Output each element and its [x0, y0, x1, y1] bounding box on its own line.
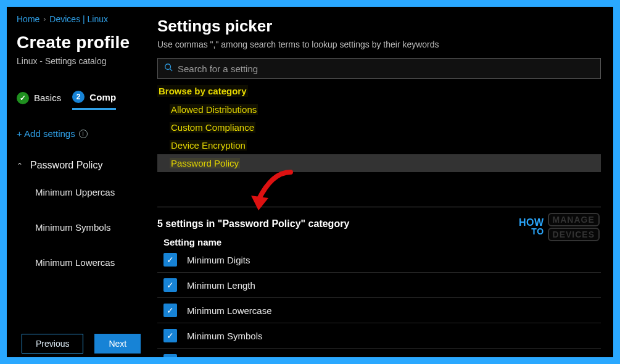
setting-row-symbols[interactable]: Minimum Symbols	[35, 222, 146, 233]
setting-row[interactable]: Minimum Length	[157, 273, 601, 298]
setting-row-lowercase[interactable]: Minimum Lowercas	[35, 257, 146, 268]
svg-point-0	[165, 64, 171, 70]
watermark-brand: MANAGE DEVICES	[548, 213, 600, 241]
page-title: Create profile	[17, 33, 146, 52]
setting-row[interactable]: Minimum Lowercase	[157, 298, 601, 323]
chevron-up-icon: ⌄	[17, 161, 23, 170]
category-custom-compliance[interactable]: Custom Compliance	[157, 118, 601, 136]
category-allowed-distributions[interactable]: Allowed Distributions	[157, 101, 601, 118]
setting-name: Minimum Lowercase	[187, 305, 272, 316]
watermark-how-to: HOW TO	[519, 218, 544, 236]
setting-row[interactable]: Minimum Symbols	[157, 323, 601, 349]
setting-name: Minimum Length	[187, 280, 255, 291]
category-password-policy[interactable]: Password Policy	[157, 154, 601, 172]
tab-basics[interactable]: Basics	[17, 92, 61, 109]
wizard-footer: Previous Next	[22, 334, 141, 354]
check-icon	[17, 92, 29, 104]
svg-line-1	[170, 69, 173, 72]
watermark: HOW TO MANAGE DEVICES	[519, 213, 600, 241]
browse-by-category-label: Browse by category	[157, 85, 248, 97]
divider	[157, 207, 601, 207]
add-settings-link[interactable]: + Add settings i	[17, 128, 146, 139]
next-button[interactable]: Next	[94, 334, 141, 354]
search-icon	[164, 63, 173, 74]
picker-title: Settings picker	[157, 17, 601, 36]
checkbox-checked-icon[interactable]	[163, 304, 177, 317]
setting-row-uppercase[interactable]: Minimum Uppercas	[35, 187, 146, 197]
checkbox-checked-icon[interactable]	[163, 329, 177, 342]
tab-configuration[interactable]: 2 Comp	[72, 91, 116, 110]
checkbox-checked-icon[interactable]	[163, 253, 177, 267]
tab-label: Basics	[34, 93, 61, 103]
tab-label: Comp	[89, 92, 116, 102]
group-name: Password Policy	[30, 160, 102, 171]
checkbox-checked-icon[interactable]	[163, 278, 177, 292]
settings-picker-panel: Settings picker Use commas "," among sea…	[146, 7, 613, 357]
category-device-encryption[interactable]: Device Encryption	[157, 136, 601, 154]
category-list: Allowed Distributions Custom Compliance …	[157, 101, 601, 172]
step-number-icon: 2	[72, 91, 85, 103]
add-settings-label: + Add settings	[17, 128, 75, 139]
breadcrumb-home[interactable]: Home	[17, 14, 39, 24]
previous-button[interactable]: Previous	[22, 334, 83, 354]
search-box[interactable]	[157, 58, 601, 79]
setting-row[interactable]: Minimum Digits	[157, 247, 601, 273]
page-subtitle: Linux - Settings catalog	[17, 56, 146, 66]
group-header-password-policy[interactable]: ⌄ Password Policy	[17, 160, 146, 171]
breadcrumb: Home › Devices | Linux	[17, 14, 146, 24]
picker-subtitle: Use commas "," among search terms to loo…	[157, 39, 601, 49]
search-input[interactable]	[178, 64, 594, 74]
setting-name: Minimum Digits	[187, 255, 250, 265]
checkbox-checked-icon[interactable]	[163, 354, 177, 357]
chevron-right-icon: ›	[43, 15, 46, 23]
breadcrumb-devices[interactable]: Devices | Linux	[49, 14, 108, 24]
info-icon: i	[79, 130, 88, 138]
app-frame: Home › Devices | Linux Create profile Li…	[7, 7, 613, 357]
setting-name: Minimum Uppercase	[187, 356, 272, 358]
wizard-tabs: Basics 2 Comp	[17, 91, 146, 110]
setting-row[interactable]: Minimum Uppercase	[157, 349, 601, 357]
left-panel: Home › Devices | Linux Create profile Li…	[7, 7, 146, 357]
setting-name: Minimum Symbols	[187, 331, 263, 341]
